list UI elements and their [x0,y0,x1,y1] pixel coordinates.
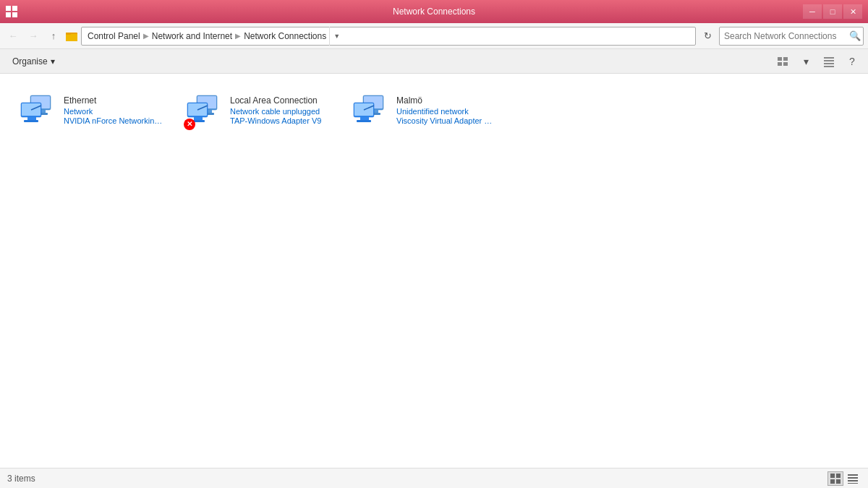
item-name: Ethernet [64,95,163,106]
folder-icon [65,30,78,43]
item-status: Network cable unplugged [230,107,330,116]
svg-rect-6 [66,33,71,35]
svg-rect-14 [824,66,834,67]
svg-rect-42 [830,474,835,478]
svg-rect-39 [360,117,369,120]
svg-rect-40 [357,120,371,122]
details-view-status-icon [848,474,858,484]
svg-rect-2 [6,12,11,17]
toolbar: Organise ▾ ▾ ? [0,49,868,74]
forward-button[interactable]: → [25,27,42,45]
item-info: MalmöUnidentified networkViscosity Virtu… [396,95,496,125]
item-info: EthernetNetworkNVIDIA nForce Networking … [64,95,163,125]
network-item[interactable]: MalmöUnidentified networkViscosity Virtu… [344,81,503,139]
svg-rect-7 [778,57,782,61]
search-input[interactable] [719,27,864,46]
svg-rect-13 [824,63,834,64]
svg-rect-22 [24,120,38,122]
item-name: Local Area Connection [230,95,330,106]
network-item[interactable]: ✕Local Area ConnectionNetwork cable unpl… [177,81,336,139]
search-icon-button[interactable]: 🔍 [849,30,861,41]
window-title: Network Connections [393,7,475,17]
breadcrumb-network-connections[interactable]: Network Connections [244,31,326,41]
item-icon-wrapper [350,90,391,130]
large-icons-view-button[interactable] [827,471,843,486]
svg-rect-12 [824,60,834,61]
svg-rect-47 [848,477,858,479]
status-bar: 3 items [0,468,868,488]
details-view-status-button[interactable] [845,471,861,486]
search-wrapper: 🔍 [719,27,864,46]
svg-rect-3 [12,12,17,17]
title-bar-left [6,6,17,17]
view-options-button[interactable] [773,53,793,70]
svg-rect-45 [836,479,841,484]
path-separator-1: ▶ [143,32,149,40]
items-grid: EthernetNetworkNVIDIA nForce Networking … [11,81,857,139]
address-path[interactable]: Control Panel ▶ Network and Internet ▶ N… [81,27,696,46]
details-view-button[interactable] [819,53,839,70]
network-connection-icon [17,90,58,130]
item-icon-wrapper: ✕ [184,90,224,130]
status-right [827,471,861,486]
app-icon [6,6,17,17]
network-connection-icon [350,90,391,130]
status-left: 3 items [7,474,35,484]
address-bar: ← → ↑ Control Panel ▶ Network and Intern… [0,23,868,49]
content-area: EthernetNetworkNVIDIA nForce Networking … [0,74,868,468]
svg-rect-43 [836,474,841,478]
item-adapter: Viscosity Virtual Adapter V9.1 [396,116,496,125]
svg-rect-1 [12,6,17,11]
error-badge: ✕ [184,119,195,130]
svg-rect-44 [830,479,835,484]
up-button[interactable]: ↑ [45,27,62,45]
toolbar-left: Organise ▾ [6,53,61,70]
large-icons-view-icon [830,474,841,484]
item-status: Unidentified network [396,107,496,116]
item-status: Network [64,107,163,116]
minimize-button[interactable]: ─ [803,4,822,19]
svg-rect-11 [824,57,834,59]
item-info: Local Area ConnectionNetwork cable unplu… [230,95,330,125]
window-controls: ─ □ ✕ [803,4,862,19]
details-view-icon [823,56,835,67]
view-dropdown-button[interactable]: ▾ [796,53,816,70]
item-adapter: NVIDIA nForce Networking Contr... [64,116,163,125]
svg-rect-0 [6,6,11,11]
path-separator-2: ▶ [235,32,241,40]
svg-rect-10 [783,62,788,66]
path-dropdown-button[interactable]: ▼ [329,27,344,46]
organise-arrow-icon: ▾ [51,56,55,67]
svg-rect-46 [848,474,858,476]
svg-rect-5 [66,34,77,41]
breadcrumb-network-internet[interactable]: Network and Internet [152,31,232,41]
close-button[interactable]: ✕ [843,4,862,19]
svg-rect-48 [848,480,858,481]
svg-rect-21 [27,117,36,120]
refresh-button[interactable]: ↻ [699,27,716,45]
item-count: 3 items [7,474,35,484]
breadcrumb-control-panel[interactable]: Control Panel [88,31,140,41]
item-adapter: TAP-Windows Adapter V9 [230,116,330,125]
svg-rect-9 [778,62,782,66]
back-button[interactable]: ← [4,27,22,45]
view-options-icon [777,56,788,67]
network-item[interactable]: EthernetNetworkNVIDIA nForce Networking … [11,81,170,139]
svg-rect-49 [848,483,858,484]
help-button[interactable]: ? [842,53,862,70]
organise-label: Organise [12,56,48,67]
svg-rect-30 [194,117,203,120]
maximize-button[interactable]: □ [823,4,842,19]
title-bar: Network Connections ─ □ ✕ [0,0,868,23]
toolbar-right: ▾ ? [773,53,862,70]
svg-rect-8 [783,57,788,61]
item-name: Malmö [396,95,496,106]
item-icon-wrapper [17,90,58,130]
organise-button[interactable]: Organise ▾ [6,53,61,70]
